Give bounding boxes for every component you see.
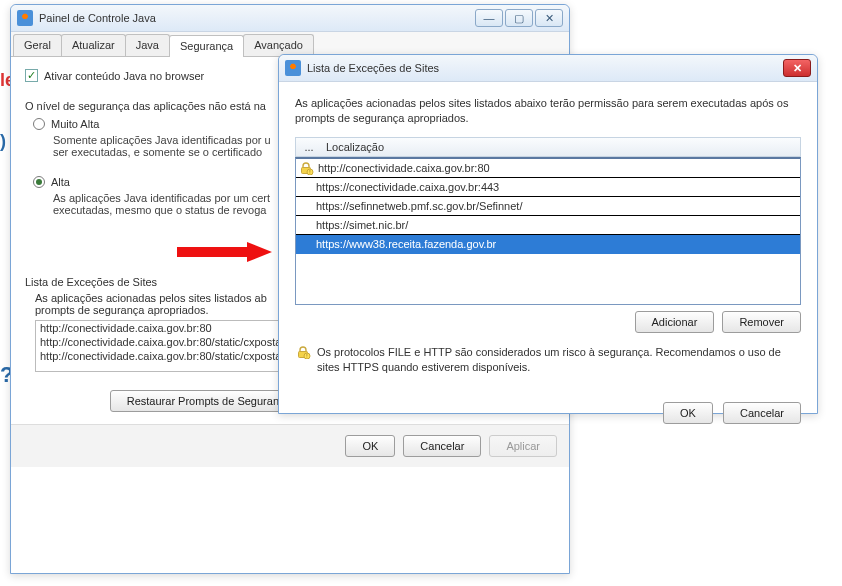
warning-lock-icon: ! xyxy=(298,161,314,175)
java-icon xyxy=(17,10,33,26)
svg-text:!: ! xyxy=(309,169,310,175)
dialog-intro-text: As aplicações acionadas pelos sites list… xyxy=(295,96,801,127)
close-button[interactable]: ✕ xyxy=(535,9,563,27)
dialog-titlebar: Lista de Exceções de Sites ✕ xyxy=(279,55,817,82)
row-url: http://conectividade.caixa.gov.br:80 xyxy=(318,162,490,174)
ok-button[interactable]: OK xyxy=(345,435,395,457)
tab-seguranca[interactable]: Segurança xyxy=(169,35,244,57)
protocol-warning-text: Os protocolos FILE e HTTP são considerad… xyxy=(317,345,801,376)
cancel-button[interactable]: Cancelar xyxy=(403,435,481,457)
radio-very-high[interactable] xyxy=(33,118,45,130)
add-button[interactable]: Adicionar xyxy=(635,311,715,333)
table-row-selected[interactable]: https://www38.receita.fazenda.gov.br xyxy=(296,235,800,254)
dialog-close-button[interactable]: ✕ xyxy=(783,59,811,77)
remove-button[interactable]: Remover xyxy=(722,311,801,333)
java-icon xyxy=(285,60,301,76)
col-spacer: ... xyxy=(300,141,318,153)
maximize-button[interactable]: ▢ xyxy=(505,9,533,27)
radio-high-label: Alta xyxy=(51,176,70,188)
dialog-title: Lista de Exceções de Sites xyxy=(307,62,783,74)
radio-very-high-label: Muito Alta xyxy=(51,118,99,130)
enable-java-label: Ativar conteúdo Java no browser xyxy=(44,70,204,82)
table-row[interactable]: https://sefinnetweb.pmf.sc.gov.br/Sefinn… xyxy=(296,197,800,216)
tab-geral[interactable]: Geral xyxy=(13,34,62,56)
row-url: https://simet.nic.br/ xyxy=(316,219,408,231)
row-url: https://www38.receita.fazenda.gov.br xyxy=(316,238,496,250)
dialog-ok-button[interactable]: OK xyxy=(663,402,713,424)
protocol-warning: ! Os protocolos FILE e HTTP são consider… xyxy=(295,345,801,376)
enable-java-checkbox[interactable]: ✓ xyxy=(25,69,38,82)
titlebar: Painel de Controle Java — ▢ ✕ xyxy=(11,5,569,32)
apply-button: Aplicar xyxy=(489,435,557,457)
dialog-footer: OK Cancelar xyxy=(279,390,817,438)
exception-site-list-dialog: Lista de Exceções de Sites ✕ As aplicaçõ… xyxy=(278,54,818,414)
dialog-body: As aplicações acionadas pelos sites list… xyxy=(279,82,817,390)
list-header: ... Localização xyxy=(295,137,801,157)
row-url: https://sefinnetweb.pmf.sc.gov.br/Sefinn… xyxy=(316,200,522,212)
table-row[interactable]: ! http://conectividade.caixa.gov.br:80 xyxy=(296,159,800,178)
table-row[interactable]: https://conectividade.caixa.gov.br:443 xyxy=(296,178,800,197)
row-url: https://conectividade.caixa.gov.br:443 xyxy=(316,181,499,193)
tab-java[interactable]: Java xyxy=(125,34,170,56)
col-location: Localização xyxy=(326,141,384,153)
svg-text:!: ! xyxy=(306,353,307,359)
minimize-button[interactable]: — xyxy=(475,9,503,27)
tab-atualizar[interactable]: Atualizar xyxy=(61,34,126,56)
dialog-cancel-button[interactable]: Cancelar xyxy=(723,402,801,424)
tab-avancado[interactable]: Avançado xyxy=(243,34,314,56)
warning-lock-icon: ! xyxy=(295,345,311,359)
site-url-listbox[interactable]: ! http://conectividade.caixa.gov.br:80 h… xyxy=(295,157,801,305)
radio-high[interactable] xyxy=(33,176,45,188)
table-row[interactable]: https://simet.nic.br/ xyxy=(296,216,800,235)
window-title: Painel de Controle Java xyxy=(39,12,475,24)
